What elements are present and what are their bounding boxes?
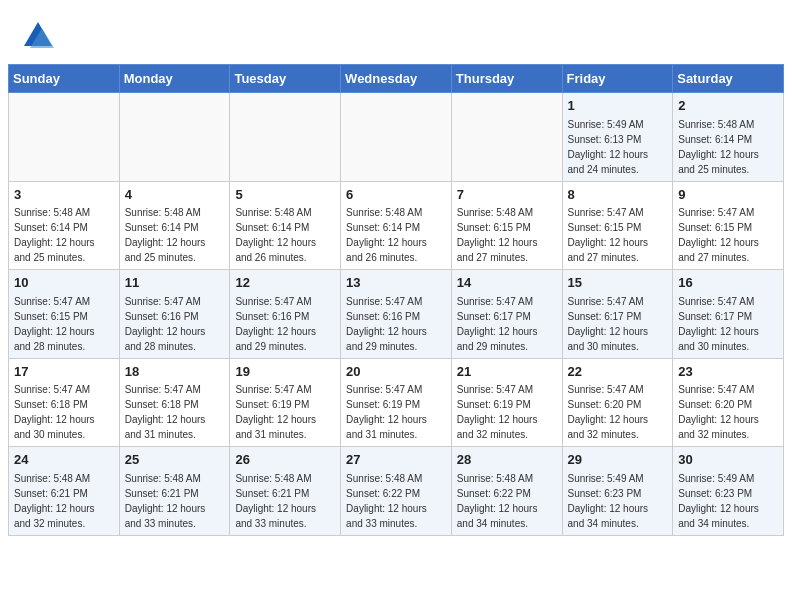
day-info: Sunrise: 5:48 AM Sunset: 6:14 PM Dayligh… [346,207,427,263]
day-number: 13 [346,274,446,292]
day-number: 27 [346,451,446,469]
day-info: Sunrise: 5:47 AM Sunset: 6:17 PM Dayligh… [457,296,538,352]
day-info: Sunrise: 5:47 AM Sunset: 6:15 PM Dayligh… [14,296,95,352]
day-info: Sunrise: 5:48 AM Sunset: 6:15 PM Dayligh… [457,207,538,263]
day-cell-25: 25Sunrise: 5:48 AM Sunset: 6:21 PM Dayli… [119,447,230,536]
day-number: 25 [125,451,225,469]
calendar-table: SundayMondayTuesdayWednesdayThursdayFrid… [8,64,784,536]
empty-cell [119,93,230,182]
empty-cell [451,93,562,182]
day-info: Sunrise: 5:47 AM Sunset: 6:19 PM Dayligh… [457,384,538,440]
day-cell-15: 15Sunrise: 5:47 AM Sunset: 6:17 PM Dayli… [562,270,673,359]
day-cell-4: 4Sunrise: 5:48 AM Sunset: 6:14 PM Daylig… [119,181,230,270]
day-cell-12: 12Sunrise: 5:47 AM Sunset: 6:16 PM Dayli… [230,270,341,359]
day-number: 7 [457,186,557,204]
day-number: 18 [125,363,225,381]
day-cell-21: 21Sunrise: 5:47 AM Sunset: 6:19 PM Dayli… [451,358,562,447]
day-cell-3: 3Sunrise: 5:48 AM Sunset: 6:14 PM Daylig… [9,181,120,270]
logo [20,18,62,54]
day-cell-13: 13Sunrise: 5:47 AM Sunset: 6:16 PM Dayli… [341,270,452,359]
day-cell-14: 14Sunrise: 5:47 AM Sunset: 6:17 PM Dayli… [451,270,562,359]
day-number: 20 [346,363,446,381]
day-info: Sunrise: 5:49 AM Sunset: 6:23 PM Dayligh… [568,473,649,529]
day-info: Sunrise: 5:49 AM Sunset: 6:13 PM Dayligh… [568,119,649,175]
day-info: Sunrise: 5:47 AM Sunset: 6:17 PM Dayligh… [568,296,649,352]
day-info: Sunrise: 5:48 AM Sunset: 6:14 PM Dayligh… [235,207,316,263]
empty-cell [9,93,120,182]
day-number: 22 [568,363,668,381]
day-cell-24: 24Sunrise: 5:48 AM Sunset: 6:21 PM Dayli… [9,447,120,536]
day-info: Sunrise: 5:47 AM Sunset: 6:16 PM Dayligh… [346,296,427,352]
day-cell-28: 28Sunrise: 5:48 AM Sunset: 6:22 PM Dayli… [451,447,562,536]
day-number: 21 [457,363,557,381]
day-header-saturday: Saturday [673,65,784,93]
day-number: 9 [678,186,778,204]
day-cell-9: 9Sunrise: 5:47 AM Sunset: 6:15 PM Daylig… [673,181,784,270]
day-number: 3 [14,186,114,204]
day-cell-29: 29Sunrise: 5:49 AM Sunset: 6:23 PM Dayli… [562,447,673,536]
day-cell-11: 11Sunrise: 5:47 AM Sunset: 6:16 PM Dayli… [119,270,230,359]
day-number: 29 [568,451,668,469]
week-row-5: 24Sunrise: 5:48 AM Sunset: 6:21 PM Dayli… [9,447,784,536]
day-number: 1 [568,97,668,115]
day-number: 12 [235,274,335,292]
calendar-wrapper: SundayMondayTuesdayWednesdayThursdayFrid… [0,64,792,546]
day-cell-10: 10Sunrise: 5:47 AM Sunset: 6:15 PM Dayli… [9,270,120,359]
day-number: 8 [568,186,668,204]
day-info: Sunrise: 5:48 AM Sunset: 6:14 PM Dayligh… [14,207,95,263]
day-number: 2 [678,97,778,115]
day-cell-20: 20Sunrise: 5:47 AM Sunset: 6:19 PM Dayli… [341,358,452,447]
day-info: Sunrise: 5:47 AM Sunset: 6:19 PM Dayligh… [235,384,316,440]
day-info: Sunrise: 5:47 AM Sunset: 6:18 PM Dayligh… [125,384,206,440]
day-cell-8: 8Sunrise: 5:47 AM Sunset: 6:15 PM Daylig… [562,181,673,270]
day-cell-2: 2Sunrise: 5:48 AM Sunset: 6:14 PM Daylig… [673,93,784,182]
day-header-tuesday: Tuesday [230,65,341,93]
day-info: Sunrise: 5:47 AM Sunset: 6:15 PM Dayligh… [568,207,649,263]
day-info: Sunrise: 5:49 AM Sunset: 6:23 PM Dayligh… [678,473,759,529]
day-info: Sunrise: 5:48 AM Sunset: 6:22 PM Dayligh… [346,473,427,529]
day-info: Sunrise: 5:47 AM Sunset: 6:18 PM Dayligh… [14,384,95,440]
week-row-3: 10Sunrise: 5:47 AM Sunset: 6:15 PM Dayli… [9,270,784,359]
day-cell-27: 27Sunrise: 5:48 AM Sunset: 6:22 PM Dayli… [341,447,452,536]
day-number: 17 [14,363,114,381]
day-number: 15 [568,274,668,292]
day-cell-7: 7Sunrise: 5:48 AM Sunset: 6:15 PM Daylig… [451,181,562,270]
day-info: Sunrise: 5:48 AM Sunset: 6:21 PM Dayligh… [14,473,95,529]
day-info: Sunrise: 5:48 AM Sunset: 6:14 PM Dayligh… [125,207,206,263]
day-cell-1: 1Sunrise: 5:49 AM Sunset: 6:13 PM Daylig… [562,93,673,182]
day-number: 28 [457,451,557,469]
day-info: Sunrise: 5:48 AM Sunset: 6:21 PM Dayligh… [125,473,206,529]
day-number: 5 [235,186,335,204]
day-number: 26 [235,451,335,469]
day-number: 11 [125,274,225,292]
day-number: 16 [678,274,778,292]
page: SundayMondayTuesdayWednesdayThursdayFrid… [0,0,792,546]
day-header-friday: Friday [562,65,673,93]
day-info: Sunrise: 5:48 AM Sunset: 6:14 PM Dayligh… [678,119,759,175]
day-number: 14 [457,274,557,292]
day-cell-18: 18Sunrise: 5:47 AM Sunset: 6:18 PM Dayli… [119,358,230,447]
day-number: 6 [346,186,446,204]
day-cell-5: 5Sunrise: 5:48 AM Sunset: 6:14 PM Daylig… [230,181,341,270]
logo-icon [20,18,56,54]
week-row-4: 17Sunrise: 5:47 AM Sunset: 6:18 PM Dayli… [9,358,784,447]
week-row-1: 1Sunrise: 5:49 AM Sunset: 6:13 PM Daylig… [9,93,784,182]
day-cell-30: 30Sunrise: 5:49 AM Sunset: 6:23 PM Dayli… [673,447,784,536]
calendar-body: 1Sunrise: 5:49 AM Sunset: 6:13 PM Daylig… [9,93,784,536]
day-number: 30 [678,451,778,469]
calendar-header: SundayMondayTuesdayWednesdayThursdayFrid… [9,65,784,93]
day-number: 23 [678,363,778,381]
empty-cell [341,93,452,182]
day-number: 24 [14,451,114,469]
day-header-sunday: Sunday [9,65,120,93]
day-cell-19: 19Sunrise: 5:47 AM Sunset: 6:19 PM Dayli… [230,358,341,447]
day-cell-16: 16Sunrise: 5:47 AM Sunset: 6:17 PM Dayli… [673,270,784,359]
header [0,0,792,64]
day-info: Sunrise: 5:47 AM Sunset: 6:15 PM Dayligh… [678,207,759,263]
day-cell-6: 6Sunrise: 5:48 AM Sunset: 6:14 PM Daylig… [341,181,452,270]
day-cell-22: 22Sunrise: 5:47 AM Sunset: 6:20 PM Dayli… [562,358,673,447]
day-info: Sunrise: 5:47 AM Sunset: 6:17 PM Dayligh… [678,296,759,352]
day-number: 10 [14,274,114,292]
day-info: Sunrise: 5:47 AM Sunset: 6:19 PM Dayligh… [346,384,427,440]
empty-cell [230,93,341,182]
